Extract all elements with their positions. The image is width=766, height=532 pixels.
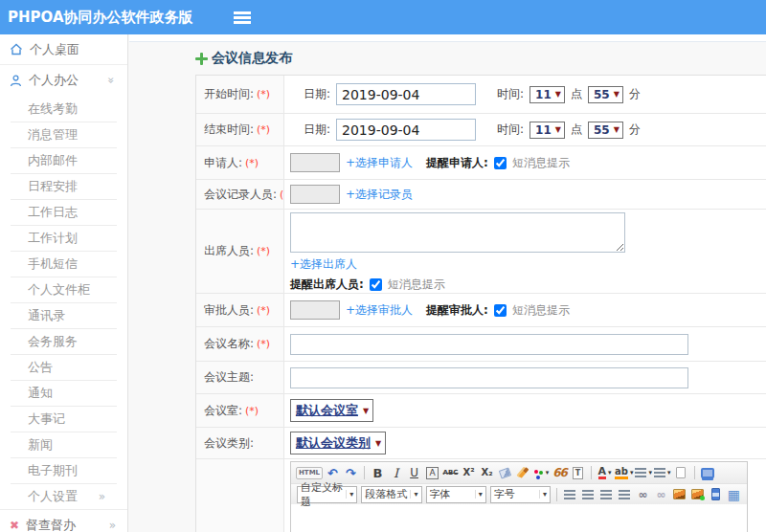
editor-toolbar-row1: HTML↶↷BIUAABCX²X₂▾66TA▾ab▾▾▾ — [291, 462, 747, 483]
form-row-approver: 审批人员:(*) +选择审批人 提醒审批人: 短消息提示 — [196, 294, 766, 327]
undo-icon[interactable]: ↶ — [325, 465, 341, 481]
sms-remind-checkbox[interactable] — [494, 304, 507, 317]
end-hour-select[interactable]: 11▼ — [529, 122, 565, 139]
meeting-room-select[interactable]: 默认会议室▼ — [290, 399, 373, 422]
supervise-icon: ✖ — [10, 519, 19, 532]
sidebar-item[interactable]: 通讯录 — [11, 302, 117, 328]
page-title-text: 会议信息发布 — [212, 50, 292, 67]
link-icon[interactable]: ∞ — [635, 486, 651, 502]
choose-approver-link[interactable]: +选择审批人 — [346, 302, 413, 319]
blockquote-icon[interactable]: 66 — [552, 465, 568, 481]
sidebar-item[interactable]: 通知 — [11, 380, 117, 406]
start-date-input[interactable] — [336, 83, 476, 105]
field-label: 会议名称: — [204, 336, 254, 352]
end-date-input[interactable] — [336, 119, 476, 141]
paragraph-select[interactable]: 段落格式▾ — [361, 486, 421, 503]
sidebar-item[interactable]: 工作日志 — [11, 199, 117, 225]
sidebar-item[interactable]: 公告 — [11, 354, 117, 380]
meeting-type-select[interactable]: 默认会议类别▼ — [290, 432, 386, 454]
bold-icon[interactable]: B — [370, 465, 386, 481]
editor-content-area[interactable] — [291, 504, 747, 529]
sidebar-item-label: 督查督办 — [26, 517, 76, 532]
subscript-icon[interactable]: X₂ — [479, 465, 495, 481]
start-hour-select[interactable]: 11▼ — [529, 86, 565, 103]
highlight-color-icon[interactable]: ab▾ — [615, 465, 633, 481]
sidebar-item[interactable]: 会务服务 — [11, 328, 117, 354]
form-row-attendees: 出席人员:(*) +选择出席人 提醒出席人员: 短消息提示 — [196, 210, 766, 294]
text-style-icon[interactable]: A — [424, 465, 440, 481]
table-icon[interactable]: ▦ — [726, 486, 742, 502]
unlink-icon[interactable]: ∞ — [653, 486, 669, 502]
end-minute-select[interactable]: 55▼ — [588, 122, 623, 139]
sidebar-item[interactable]: 电子期刊 — [11, 457, 117, 483]
hour-unit-label: 点 — [571, 86, 582, 102]
media-icon[interactable] — [708, 486, 724, 502]
sidebar-item-desktop[interactable]: 个人桌面 — [0, 34, 127, 65]
select-arrow-icon: ▼ — [555, 125, 561, 134]
sidebar-item[interactable]: 大事记 — [11, 406, 117, 432]
heading-select-label: 自定义标题 — [301, 480, 346, 509]
subheader-strip — [129, 34, 766, 42]
required-mark: (*) — [257, 245, 270, 257]
sidebar-item[interactable]: 手机短信 — [11, 251, 117, 277]
superscript-icon[interactable]: X² — [461, 465, 477, 481]
chevron-down-icon: ▾ — [667, 469, 671, 477]
strikethrough-icon[interactable]: ABC — [442, 465, 459, 481]
sms-remind-checkbox[interactable] — [494, 157, 507, 169]
align-justify-icon[interactable] — [617, 486, 633, 502]
sidebar-item[interactable]: 在线考勤 — [11, 96, 117, 122]
new-page-icon[interactable] — [673, 465, 689, 481]
format-brush-icon[interactable] — [515, 465, 531, 481]
choose-recorder-link[interactable]: +选择记录员 — [346, 187, 413, 203]
remind-attendees-label: 提醒出席人员: — [290, 277, 364, 293]
underline-icon[interactable]: U — [406, 465, 422, 481]
sidebar-item[interactable]: 消息管理 — [11, 122, 117, 147]
meeting-name-input[interactable] — [290, 334, 688, 355]
align-left-icon[interactable] — [562, 486, 578, 502]
choose-applicant-link[interactable]: +选择申请人 — [346, 155, 413, 171]
image-upload-icon[interactable] — [689, 486, 706, 502]
sms-remind-checkbox[interactable] — [370, 278, 382, 291]
align-center-icon[interactable] — [580, 486, 597, 502]
chevron-down-icon: ▾ — [648, 469, 652, 477]
approver-input[interactable] — [290, 300, 340, 320]
sidebar-item[interactable]: 个人设置» — [11, 483, 117, 509]
recorder-input[interactable] — [290, 185, 340, 204]
meeting-form: 开始时间:(*) 日期: 时间: 11▼ 点 55▼ 分 结束时间:(*) 日期… — [195, 75, 766, 532]
font-color-icon[interactable]: A▾ — [597, 465, 613, 481]
redo-icon[interactable]: ↷ — [343, 465, 359, 481]
sidebar-item[interactable]: 日程安排 — [11, 173, 117, 199]
remove-format-icon[interactable] — [497, 465, 513, 481]
sidebar-item[interactable]: 个人文件柜 — [11, 277, 117, 302]
paste-text-icon[interactable]: T — [570, 465, 586, 481]
sidebar-item-personal-office[interactable]: 个人办公 » — [0, 65, 127, 96]
sidebar-item-supervision[interactable]: ✖ 督查督办 » — [0, 509, 127, 532]
fullscreen-icon[interactable] — [700, 465, 716, 481]
font-family-select[interactable]: 字体▾ — [426, 486, 486, 503]
chevron-down-icon: ▾ — [630, 469, 634, 477]
image-icon[interactable] — [671, 486, 687, 502]
sidebar-item-label: 在线考勤 — [28, 100, 78, 118]
hour-unit-label: 点 — [571, 122, 582, 138]
unordered-list-icon[interactable]: ▾ — [654, 465, 671, 481]
align-right-icon[interactable] — [598, 486, 615, 502]
font-size-select[interactable]: 字号▾ — [490, 486, 551, 503]
start-minute-select[interactable]: 55▼ — [588, 86, 623, 103]
html-source-icon[interactable]: HTML — [296, 465, 323, 481]
italic-icon[interactable]: I — [388, 465, 404, 481]
sidebar-item[interactable]: 内部邮件 — [11, 147, 117, 173]
paragraph-select-label: 段落格式 — [365, 487, 407, 501]
form-row-meeting-room: 会议室:(*) 默认会议室▼ — [196, 394, 766, 428]
sidebar-item[interactable]: 新闻 — [11, 432, 117, 457]
page-title: 会议信息发布 — [195, 47, 766, 70]
date-label: 日期: — [304, 122, 330, 138]
sidebar-item[interactable]: 工作计划 — [11, 225, 117, 251]
attendees-textarea[interactable] — [290, 212, 625, 253]
heading-select[interactable]: 自定义标题▾ — [297, 486, 357, 503]
applicant-input[interactable] — [290, 153, 340, 172]
menu-icon[interactable] — [234, 11, 251, 24]
meeting-subject-input[interactable] — [290, 367, 688, 388]
ordered-list-icon[interactable]: ▾ — [635, 465, 652, 481]
choose-attendees-link[interactable]: +选择出席人 — [290, 256, 357, 273]
color-palette-icon[interactable]: ▾ — [533, 465, 550, 481]
